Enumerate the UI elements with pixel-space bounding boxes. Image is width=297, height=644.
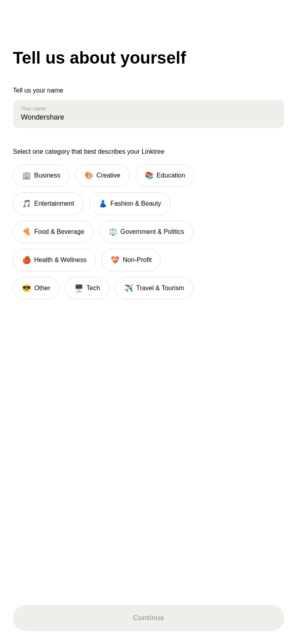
category-row-3: 🍕 Food & Beverage ⚖️ Government & Politi… <box>13 221 284 243</box>
category-row-5: 😎 Other 🖥️ Tech ✈️ Travel & Tourism <box>13 277 284 299</box>
category-label-other: Other <box>34 285 50 292</box>
name-section-label: Tell us your name <box>13 87 284 94</box>
name-input-field[interactable]: Your name Wondershare <box>13 100 284 128</box>
category-chip-entertainment[interactable]: 🎵 Entertainment <box>13 192 84 215</box>
category-label-creative: Creative <box>96 172 121 179</box>
category-chip-government-politics[interactable]: ⚖️ Government & Politics <box>99 221 193 243</box>
category-label-food-beverage: Food & Beverage <box>34 228 84 235</box>
continue-button[interactable]: Continue <box>13 605 284 631</box>
category-label-fashion-beauty: Fashion & Beauty <box>111 200 161 207</box>
health-wellness-icon: 🍎 <box>22 256 31 264</box>
travel-tourism-icon: ✈️ <box>124 284 133 293</box>
category-chip-health-wellness[interactable]: 🍎 Health & Wellness <box>13 249 96 271</box>
category-chip-tech[interactable]: 🖥️ Tech <box>65 277 109 299</box>
category-label-government-politics: Government & Politics <box>121 228 184 235</box>
category-label-education: Education <box>157 172 185 179</box>
creative-icon: 🎨 <box>84 171 93 180</box>
category-chip-creative[interactable]: 🎨 Creative <box>75 164 130 187</box>
fashion-beauty-icon: 👗 <box>98 199 107 208</box>
tech-icon: 🖥️ <box>74 284 83 293</box>
continue-button-wrapper: Continue <box>13 605 284 631</box>
category-chip-fashion-beauty[interactable]: 👗 Fashion & Beauty <box>89 192 170 215</box>
name-input-value: Wondershare <box>21 113 276 122</box>
name-input-placeholder: Your name <box>21 105 276 111</box>
category-label-non-profit: Non-Profit <box>123 256 152 264</box>
category-chip-business[interactable]: 🏢 Business <box>13 164 70 187</box>
education-icon: 📚 <box>145 171 154 180</box>
business-icon: 🏢 <box>22 171 31 180</box>
categories-grid: 🏢 Business 🎨 Creative 📚 Education 🎵 Ente… <box>13 164 284 299</box>
category-row-4: 🍎 Health & Wellness 💝 Non-Profit <box>13 249 284 271</box>
other-icon: 😎 <box>22 284 31 293</box>
category-chip-education[interactable]: 📚 Education <box>135 164 195 187</box>
food-beverage-icon: 🍕 <box>22 227 31 236</box>
category-chip-food-beverage[interactable]: 🍕 Food & Beverage <box>13 221 94 243</box>
category-chip-travel-tourism[interactable]: ✈️ Travel & Tourism <box>115 277 193 299</box>
category-chip-other[interactable]: 😎 Other <box>13 277 59 299</box>
category-label-health-wellness: Health & Wellness <box>34 256 86 264</box>
category-label-business: Business <box>34 172 60 179</box>
non-profit-icon: 💝 <box>111 256 119 264</box>
entertainment-icon: 🎵 <box>22 199 31 208</box>
government-politics-icon: ⚖️ <box>109 227 117 236</box>
category-chip-non-profit[interactable]: 💝 Non-Profit <box>101 249 161 271</box>
category-label-travel-tourism: Travel & Tourism <box>136 285 184 292</box>
category-label-entertainment: Entertainment <box>34 200 74 207</box>
category-label-tech: Tech <box>86 285 100 292</box>
category-row-2: 🎵 Entertainment 👗 Fashion & Beauty <box>13 192 284 215</box>
page-title: Tell us about yourself <box>13 48 284 68</box>
category-row-1: 🏢 Business 🎨 Creative 📚 Education <box>13 164 284 187</box>
category-section-label: Select one category that best describes … <box>13 148 284 155</box>
page-container: Tell us about yourself Tell us your name… <box>0 0 297 372</box>
